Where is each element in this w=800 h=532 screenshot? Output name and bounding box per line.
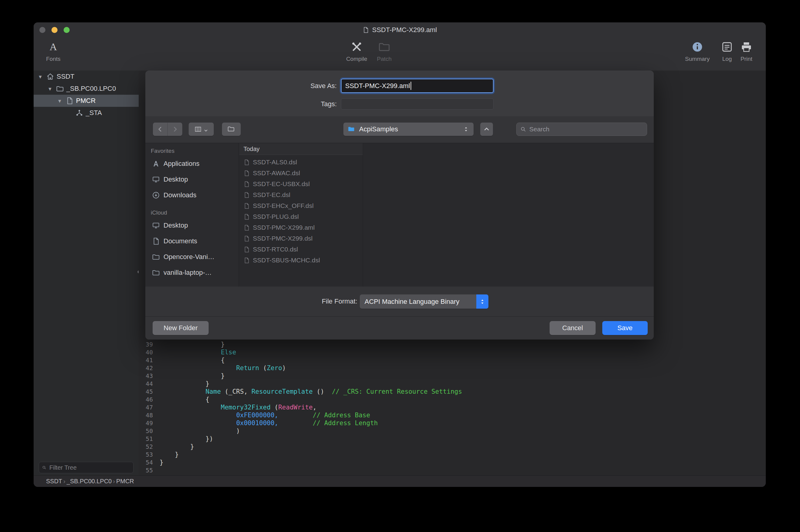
code-line: 54 } bbox=[139, 458, 766, 466]
document-icon bbox=[243, 225, 250, 231]
document-icon bbox=[243, 170, 250, 176]
line-number: 47 bbox=[139, 404, 153, 411]
tree-node-_STA[interactable]: _STA bbox=[34, 107, 139, 119]
line-number: 44 bbox=[139, 380, 153, 387]
back-button[interactable] bbox=[153, 122, 168, 136]
favorite-label: Desktop bbox=[164, 222, 188, 229]
title-bar[interactable]: SSDT-PMC-X299.aml bbox=[34, 22, 766, 38]
new-folder-button[interactable]: New Folder bbox=[153, 321, 209, 335]
file-name: SSDT-EC-USBX.dsl bbox=[253, 180, 310, 188]
favorite-label: Downloads bbox=[164, 191, 197, 199]
filter-tree-input[interactable] bbox=[49, 464, 130, 472]
toolbar-patch-label: Patch bbox=[377, 56, 392, 62]
toolbar-print[interactable]: Print bbox=[731, 40, 762, 62]
cancel-button[interactable]: Cancel bbox=[550, 321, 596, 335]
dialog-search-field[interactable] bbox=[516, 122, 647, 136]
toolbar-fonts[interactable]: A Fonts bbox=[34, 40, 73, 62]
up-directory-button[interactable] bbox=[480, 122, 493, 136]
window-title-area: SSDT-PMC-X299.aml bbox=[34, 22, 766, 38]
tree-node-label: PMCR bbox=[76, 97, 96, 105]
compile-icon bbox=[350, 40, 364, 54]
file-row[interactable]: SSDT-EC-USBX.dsl bbox=[239, 178, 363, 189]
document-icon bbox=[66, 97, 74, 105]
filter-tree-field[interactable] bbox=[39, 462, 133, 473]
tags-input[interactable] bbox=[341, 98, 494, 110]
view-mode-button[interactable] bbox=[189, 122, 214, 136]
favorite-item-Desktop[interactable]: Desktop bbox=[145, 172, 239, 187]
toolbar-compile-label: Compile bbox=[346, 56, 367, 62]
document-icon bbox=[243, 181, 250, 187]
favorites-pane: Favorites Applications Desktop Downloads… bbox=[145, 143, 239, 287]
tree-node-SSDT[interactable]: ▾ SSDT bbox=[34, 71, 139, 82]
favorite-item-Desktop[interactable]: Desktop bbox=[145, 217, 239, 233]
document-icon bbox=[152, 237, 160, 245]
code-line: 47 Memory32Fixed (ReadWrite, bbox=[139, 403, 766, 411]
method-icon bbox=[75, 109, 83, 117]
document-icon bbox=[243, 214, 250, 220]
file-row[interactable]: SSDT-RTC0.dsl bbox=[239, 244, 363, 255]
line-number: 50 bbox=[139, 427, 153, 435]
tree-node-_SB.PC00.LPC0[interactable]: ▾ _SB.PC00.LPC0 bbox=[34, 82, 139, 95]
search-icon bbox=[520, 126, 526, 132]
favorite-item-Applications[interactable]: Applications bbox=[145, 156, 239, 172]
document-icon bbox=[243, 159, 250, 166]
file-name: SSDT-RTC0.dsl bbox=[253, 246, 298, 253]
file-row[interactable]: SSDT-PMC-X299.dsl bbox=[239, 233, 363, 244]
favorite-item-Documents[interactable]: Documents bbox=[145, 233, 239, 249]
disclosure-triangle-icon[interactable]: ▾ bbox=[37, 73, 44, 80]
acpi-tree: ▾ SSDT ▾ _SB.PC00.LPC0 ▾ PMCR _STA bbox=[34, 71, 139, 119]
file-name: SSDT-SBUS-MCHC.dsl bbox=[253, 256, 320, 264]
desktop-icon bbox=[152, 175, 160, 184]
tree-node-PMCR[interactable]: ▾ PMCR bbox=[34, 95, 139, 107]
save-as-input[interactable]: SSDT-PMC-X299.aml bbox=[341, 79, 494, 93]
code-line: 52 } bbox=[139, 443, 766, 451]
chevron-right-icon bbox=[171, 126, 179, 133]
tree-node-label: SSDT bbox=[57, 73, 74, 80]
columns-view-icon bbox=[194, 126, 202, 133]
save-as-label: Save As: bbox=[310, 82, 337, 90]
popup-stepper bbox=[476, 294, 488, 309]
file-row[interactable]: SSDT-AWAC.dsl bbox=[239, 168, 363, 178]
toolbar: A Fonts Compile Patch Summary Log Print bbox=[34, 38, 766, 71]
document-icon bbox=[243, 192, 250, 198]
text-cursor bbox=[411, 82, 411, 90]
disclosure-triangle-icon[interactable]: ▾ bbox=[46, 86, 54, 92]
forward-button[interactable] bbox=[168, 122, 182, 136]
file-row[interactable]: SSDT-EHCx_OFF.dsl bbox=[239, 200, 363, 211]
file-row[interactable]: SSDT-PLUG.dsl bbox=[239, 211, 363, 222]
save-button[interactable]: Save bbox=[602, 321, 648, 335]
downloads-icon bbox=[152, 191, 160, 199]
maciasl-window: SSDT-PMC-X299.aml A Fonts Compile Patch … bbox=[34, 22, 766, 487]
line-number: 45 bbox=[139, 388, 153, 395]
chevron-left-icon bbox=[156, 126, 164, 133]
dialog-search-input[interactable] bbox=[529, 125, 643, 133]
toolbar-patch[interactable]: Patch bbox=[365, 40, 404, 62]
code-line: 41 { bbox=[139, 356, 766, 364]
file-format-row: File Format: ACPI Machine Language Binar… bbox=[145, 287, 654, 316]
file-format-label: File Format: bbox=[322, 298, 357, 305]
line-number: 49 bbox=[139, 419, 153, 427]
favorite-item-Opencore-Vani…[interactable]: Opencore-Vani… bbox=[145, 249, 239, 265]
file-row[interactable]: SSDT-SBUS-MCHC.dsl bbox=[239, 255, 363, 266]
file-format-popup[interactable]: ACPI Machine Language Binary bbox=[360, 294, 488, 309]
folder-icon bbox=[56, 85, 64, 93]
file-row[interactable]: SSDT-PMC-X299.aml bbox=[239, 222, 363, 233]
disclosure-triangle-icon[interactable]: ▾ bbox=[56, 97, 63, 104]
code-line: 55 bbox=[139, 466, 766, 474]
document-icon bbox=[243, 257, 250, 264]
file-name: SSDT-EHCx_OFF.dsl bbox=[253, 202, 314, 209]
code-line: 40 Else bbox=[139, 348, 766, 356]
favorite-item-Downloads[interactable]: Downloads bbox=[145, 187, 239, 203]
toolbar-log-label: Log bbox=[722, 56, 732, 62]
file-row[interactable]: SSDT-ALS0.dsl bbox=[239, 157, 363, 168]
code-line: 39 } bbox=[139, 340, 766, 348]
home-icon bbox=[46, 73, 54, 80]
chevron-down-icon bbox=[204, 127, 208, 132]
location-popup[interactable]: AcpiSamples bbox=[343, 122, 473, 136]
line-number: 42 bbox=[139, 364, 153, 372]
favorite-item-vanilla-laptop-…[interactable]: vanilla-laptop-… bbox=[145, 265, 239, 281]
folder-action-button[interactable] bbox=[222, 122, 241, 136]
folder-icon bbox=[348, 125, 355, 133]
file-row[interactable]: SSDT-EC.dsl bbox=[239, 189, 363, 200]
line-number: 55 bbox=[139, 467, 153, 474]
